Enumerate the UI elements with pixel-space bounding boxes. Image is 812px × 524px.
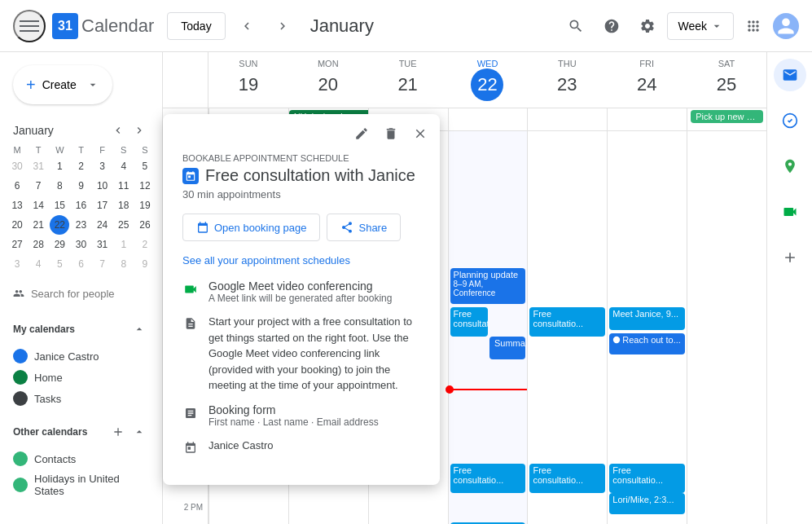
popup-tag: BOOKABLE APPOINTMENT SCHEDULE	[182, 153, 420, 163]
right-icon-tasks[interactable]	[774, 104, 806, 137]
mini-calendar: January M T W T F S	[0, 117, 162, 274]
popup: BOOKABLE APPOINTMENT SCHEDULE Free consu…	[163, 114, 440, 485]
top-bar: 31 Calendar Today January Week	[0, 0, 812, 52]
search-people-icon	[13, 287, 24, 300]
my-calendars-title: My calendars	[13, 324, 75, 335]
tasks-label: Tasks	[34, 393, 61, 405]
popup-booking-form-row: Booking form First name · Last name · Em…	[182, 403, 420, 428]
other-calendars-collapse[interactable]	[129, 422, 149, 442]
allday-fri	[607, 108, 687, 130]
avatar[interactable]	[773, 13, 799, 39]
meet-icon	[182, 281, 199, 297]
day-header-fri[interactable]: FRI 24	[607, 52, 687, 108]
mini-cal-next[interactable]	[129, 121, 149, 140]
day-col-thu[interactable]: Free consultatio... Free consultatio...	[527, 131, 607, 524]
tasks-dot	[13, 391, 28, 406]
view-selector[interactable]: Week	[667, 12, 734, 40]
day-header-sat[interactable]: SAT 25	[687, 52, 766, 108]
allday-event-bike[interactable]: Pick up new bike	[691, 110, 763, 123]
home-dot	[13, 370, 28, 385]
holidays-label: Holidays in United States	[34, 473, 149, 497]
day-header-wed[interactable]: WED 22	[448, 52, 528, 108]
circle-3-icon	[612, 336, 621, 344]
right-icon-gmail[interactable]	[774, 59, 806, 91]
event-free-consult-thu-2[interactable]: Free consultatio...	[529, 464, 605, 493]
mini-cal-header: January	[7, 117, 156, 143]
my-calendars-collapse[interactable]	[129, 319, 149, 339]
next-button[interactable]	[268, 11, 297, 41]
allday-sat: Pick up new bike	[687, 108, 766, 130]
mini-cal-title: January	[13, 124, 54, 137]
svg-rect-0	[20, 20, 39, 22]
event-meet-janice[interactable]: Meet Janice, 9...	[609, 307, 685, 330]
my-calendar-tasks[interactable]: Tasks	[7, 388, 156, 409]
description-icon	[182, 315, 199, 332]
janice-label: Janice Castro	[34, 350, 99, 363]
other-calendars-title: Other calendars	[13, 426, 87, 438]
event-free-consult-fri[interactable]: Free consultatio...	[609, 464, 685, 493]
event-planning-update[interactable]: Planning update 8–9 AM, Conference	[450, 268, 526, 304]
other-calendar-holidays[interactable]: Holidays in United States	[7, 469, 156, 500]
day-col-wed[interactable]: Planning update 8–9 AM, Conference Free …	[448, 131, 528, 524]
popup-description: Start your project with a free consultat…	[208, 314, 420, 394]
search-people	[0, 280, 162, 306]
popup-header	[163, 114, 440, 147]
settings-button[interactable]	[631, 10, 664, 42]
popup-title: Free consultation with Janice	[205, 166, 415, 185]
right-icon-maps[interactable]	[774, 150, 806, 183]
other-calendar-contacts[interactable]: Contacts	[7, 448, 156, 469]
prev-button[interactable]	[232, 11, 261, 41]
booking-icon	[196, 221, 209, 234]
other-calendars-section: Other calendars Contacts Holidays in Uni…	[0, 416, 162, 500]
popup-delete-button[interactable]	[378, 121, 404, 147]
now-line	[449, 389, 528, 390]
day-header-tue[interactable]: TUE 21	[368, 52, 448, 108]
popup-edit-button[interactable]	[349, 121, 375, 147]
popup-cal-icon	[182, 168, 199, 184]
now-dot	[446, 385, 454, 394]
day-header-sun[interactable]: SUN 19	[208, 52, 288, 108]
booking-form-fields: First name · Last name · Email address	[208, 416, 420, 428]
day-header-thu[interactable]: THU 23	[527, 52, 607, 108]
my-calendar-home[interactable]: Home	[7, 367, 156, 388]
open-booking-button[interactable]: Open booking page	[182, 214, 320, 241]
see-all-schedules-link[interactable]: See all your appointment schedules	[182, 254, 420, 266]
add-other-calendar[interactable]	[108, 422, 128, 442]
popup-organizer-row: Janice Castro	[182, 438, 420, 456]
apps-button[interactable]	[737, 10, 770, 42]
my-calendars-header: My calendars	[7, 313, 156, 346]
search-button[interactable]	[560, 10, 592, 42]
search-people-input[interactable]	[31, 288, 149, 300]
event-free-consult-thu[interactable]: Free consultatio...	[529, 307, 605, 337]
contacts-dot	[13, 451, 28, 466]
booking-form-title: Booking form	[208, 403, 420, 416]
my-calendars-section: My calendars Janice Castro Home Tasks	[0, 313, 162, 409]
right-icon-add[interactable]	[774, 241, 806, 274]
create-button[interactable]: + Create	[13, 65, 112, 104]
today-button[interactable]: Today	[167, 12, 225, 40]
day-col-sat[interactable]	[687, 131, 766, 524]
event-free-consult-wed-1[interactable]: Free consultatio...	[450, 307, 488, 337]
popup-close-button[interactable]	[407, 121, 433, 147]
month-title: January	[310, 15, 554, 37]
form-icon	[182, 405, 199, 421]
svg-point-4	[613, 337, 620, 343]
logo-icon: 31	[52, 13, 78, 39]
day-header-mon[interactable]: MON 20	[288, 52, 368, 108]
my-calendar-janice[interactable]: Janice Castro	[7, 346, 156, 367]
top-icons: Week	[560, 10, 799, 42]
share-button[interactable]: Share	[327, 214, 401, 241]
meet-title: Google Meet video conferencing	[208, 280, 420, 293]
menu-button[interactable]	[13, 10, 46, 42]
day-headers: SUN 19 MON 20 TUE 21 WED 22 THU 23 FRI 2…	[163, 52, 766, 108]
event-summarize-wed[interactable]: Summarize	[489, 337, 526, 359]
right-icon-meet[interactable]	[774, 196, 806, 228]
event-reach-out[interactable]: Reach out to...	[609, 333, 685, 354]
day-col-fri[interactable]: Meet Janice, 9... Reach out to... Free c…	[607, 131, 687, 524]
allday-wed	[448, 108, 528, 130]
event-free-consult-wed-2[interactable]: Free consultatio...	[450, 464, 526, 493]
help-button[interactable]	[595, 10, 628, 42]
sidebar: + Create January M T	[0, 52, 163, 524]
event-lori-mike[interactable]: Lori/Mike, 2:3...	[609, 493, 685, 514]
mini-cal-prev[interactable]	[108, 121, 128, 140]
